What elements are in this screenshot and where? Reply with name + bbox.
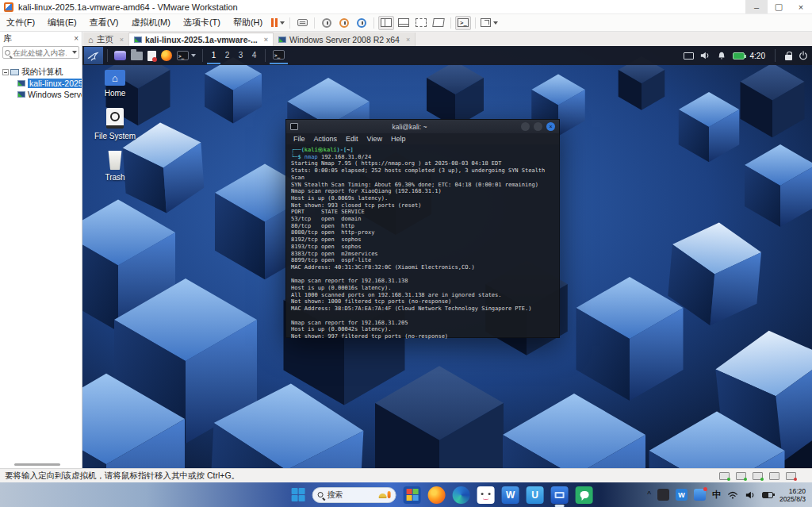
u-app-icon[interactable]: U: [527, 486, 544, 504]
menu-tabs[interactable]: 选项卡(T): [177, 14, 227, 31]
minimize-icon[interactable]: [521, 122, 530, 131]
close-button[interactable]: ×: [790, 0, 812, 13]
library-panel-button[interactable]: [378, 16, 394, 30]
store-icon[interactable]: [404, 486, 421, 504]
library-close-icon[interactable]: ×: [74, 34, 79, 43]
removable-device-icon[interactable]: [769, 472, 779, 480]
snapshot-take-button[interactable]: [319, 16, 335, 30]
terminal-menu-actions[interactable]: Actions: [314, 135, 338, 143]
workspace-1[interactable]: 1: [207, 47, 220, 64]
library-search[interactable]: [2, 46, 79, 59]
terminal-launcher[interactable]: >_: [174, 47, 198, 64]
file-manager-launcher[interactable]: [128, 47, 145, 64]
lock-icon[interactable]: [785, 55, 792, 60]
edge-icon[interactable]: [453, 486, 470, 504]
app-window-launcher[interactable]: [112, 47, 128, 64]
thumbnail-bar-button[interactable]: [396, 16, 412, 30]
wechat-icon[interactable]: [576, 486, 593, 504]
windows-start-icon[interactable]: [292, 488, 305, 501]
sound-icon[interactable]: [753, 472, 763, 480]
wifi-icon[interactable]: [727, 490, 738, 500]
search-dropdown-caret[interactable]: [72, 51, 77, 54]
close-icon[interactable]: ×: [546, 122, 555, 131]
taskbar-clock[interactable]: 16:20 2025/8/3: [779, 487, 809, 503]
menu-vm[interactable]: 虚拟机(M): [124, 14, 177, 31]
hard-disk-icon[interactable]: [719, 472, 730, 480]
console-view-button[interactable]: >_: [455, 16, 471, 30]
tray-app-3-icon[interactable]: [694, 489, 706, 501]
minimize-button[interactable]: –: [745, 0, 768, 13]
w-app-icon[interactable]: W: [502, 486, 519, 504]
tab-home[interactable]: ⌂ 主页 ×: [83, 33, 129, 46]
taskbar-search[interactable]: 搜索: [312, 487, 396, 503]
menu-help[interactable]: 帮助(H): [227, 14, 269, 31]
terminal-window[interactable]: kali@kali: ~ × File Actions Edit View He…: [285, 119, 560, 338]
terminal-menu-file[interactable]: File: [293, 135, 305, 143]
snapshot-manager-button[interactable]: [354, 16, 370, 30]
tree-root-label: 我的计算机: [21, 67, 63, 78]
terminal-body[interactable]: ┌──(kali㉿kali)-[~] └─$ nmap 192.168.31.0…: [286, 144, 559, 340]
notifications-bell-icon[interactable]: [716, 51, 727, 60]
hidden-icons-chevron[interactable]: ^: [647, 490, 651, 499]
terminal-window-button[interactable]: >_: [270, 47, 288, 64]
sidebar-hscrollbar[interactable]: [0, 463, 82, 467]
kali-clock[interactable]: 4:20: [750, 52, 765, 60]
fit-dropdown-caret[interactable]: [493, 21, 498, 25]
ime-indicator[interactable]: 中: [712, 489, 721, 501]
library-search-input[interactable]: [13, 48, 67, 57]
battery-icon[interactable]: [733, 52, 745, 60]
vm-display[interactable]: >_ 1 2 3 4 >_ 4:20: [82, 46, 812, 468]
network-adapter-icon[interactable]: [736, 472, 746, 480]
tree-item-kali[interactable]: kali-linux-2025.1a: [0, 78, 82, 89]
firefox-icon[interactable]: [428, 486, 446, 504]
power-icon[interactable]: [798, 51, 809, 60]
menu-edit[interactable]: 编辑(E): [41, 14, 83, 31]
terminal-line: MAC Address: 38:D5:7A:EA:7A:4F (Cloud Ne…: [291, 305, 554, 313]
tab-close-icon[interactable]: ×: [120, 36, 124, 44]
maximize-icon[interactable]: [534, 122, 542, 131]
desktop-icon-home[interactable]: ⌂ Home: [89, 70, 141, 98]
ctrl-alt-del-button[interactable]: [294, 16, 310, 30]
unity-button[interactable]: [431, 16, 446, 30]
tab-winserver[interactable]: Windows Server 2008 R2 x64 ×: [274, 33, 416, 46]
text-editor-launcher[interactable]: [145, 47, 159, 64]
kali-menu-button[interactable]: [84, 47, 103, 64]
snapshot-revert-button[interactable]: [336, 16, 352, 30]
workspace-2[interactable]: 2: [220, 47, 234, 64]
tree-expander-icon[interactable]: [2, 69, 9, 75]
menu-file[interactable]: 文件(F): [0, 14, 41, 31]
titlebar[interactable]: kali-linux-2025.1a-vmware-amd64 - VMware…: [0, 0, 812, 14]
terminal-menu-help[interactable]: Help: [391, 135, 406, 143]
vmware-taskbar-icon[interactable]: [551, 486, 569, 504]
tray-app-1-icon[interactable]: [657, 489, 669, 501]
pause-button[interactable]: [270, 16, 285, 30]
terminal-titlebar[interactable]: kali@kali: ~ ×: [286, 120, 559, 133]
maximize-button[interactable]: ▢: [768, 0, 790, 13]
tree-root-my-computer[interactable]: 我的计算机: [0, 67, 82, 78]
tab-kali[interactable]: kali-linux-2025.1a-vmware-... ×: [129, 33, 274, 46]
volume-icon[interactable]: [745, 490, 756, 500]
workspace-4[interactable]: 4: [247, 47, 261, 64]
terminal-menu-edit[interactable]: Edit: [346, 135, 358, 143]
tree-item-winserver[interactable]: Windows Server 2008: [0, 89, 82, 100]
desktop-icon-filesystem[interactable]: File System: [89, 108, 141, 140]
fullscreen-button[interactable]: [413, 16, 429, 30]
terminal-menu-view[interactable]: View: [367, 135, 382, 143]
launcher-dropdown-caret[interactable]: [191, 54, 196, 57]
fit-guest-button[interactable]: [480, 16, 499, 30]
workspace-3[interactable]: 3: [234, 47, 247, 64]
battery-icon[interactable]: [762, 492, 773, 498]
menubar: 文件(F) 编辑(E) 查看(V) 虚拟机(M) 选项卡(T) 帮助(H) >_: [0, 14, 812, 32]
display-icon[interactable]: [684, 52, 694, 60]
firefox-launcher[interactable]: [159, 47, 174, 64]
menu-view[interactable]: 查看(V): [83, 14, 125, 31]
volume-icon[interactable]: [699, 51, 710, 60]
face-app-icon[interactable]: [477, 486, 495, 504]
tab-close-icon[interactable]: ×: [406, 36, 410, 44]
pause-dropdown-caret[interactable]: [280, 21, 285, 25]
snapshot-revert-icon: [339, 18, 349, 28]
desktop-icon-trash[interactable]: Trash: [89, 151, 141, 182]
tray-app-2-icon[interactable]: W: [676, 489, 688, 501]
tab-close-icon[interactable]: ×: [264, 36, 268, 44]
printer-icon[interactable]: [786, 472, 796, 480]
